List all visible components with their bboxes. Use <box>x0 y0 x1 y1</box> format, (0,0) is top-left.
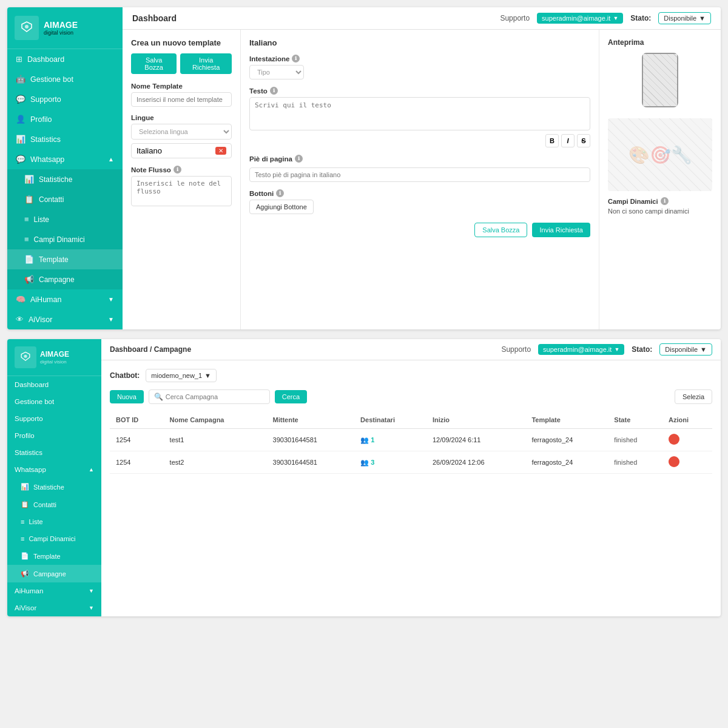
toolbar-row: Nuova 🔍 Cerca Selezia <box>110 389 712 404</box>
destinatari-icon2: 👥 <box>360 459 369 466</box>
sidebar-item-campagne[interactable]: 📢 Campagne <box>7 269 123 289</box>
text-toolbar: B I S <box>249 134 590 147</box>
s2-sidebar-liste[interactable]: ≡ Liste <box>7 513 101 530</box>
sidebar-item-profilo[interactable]: 👤 Profilo <box>7 109 123 129</box>
sidebar-item-contatti[interactable]: 📋 Contatti <box>7 189 123 209</box>
table-row: 1254 test2 390301644581 👥 3 26/09/2024 1… <box>110 451 712 474</box>
chatbot-arrow: ▼ <box>204 372 211 379</box>
chevron-up-icon: ▲ <box>108 156 114 163</box>
sidebar-item-whatsapp[interactable]: 💬 Whatsapp ▲ <box>7 149 123 169</box>
row2-destinatari: 👥 3 <box>354 451 426 474</box>
cerca-button[interactable]: Cerca <box>275 390 307 403</box>
user-badge[interactable]: superadmin@aimage.it ▼ <box>537 13 623 24</box>
sidebar-item-aivisor[interactable]: 👁 AiVisor ▼ <box>7 309 123 329</box>
user-dropdown-arrow: ▼ <box>613 15 618 21</box>
breadcrumb-home[interactable]: Dashboard <box>110 345 148 354</box>
row1-delete-button[interactable] <box>669 434 679 445</box>
send-request-button[interactable]: Invia Richiesta <box>180 53 232 74</box>
s2-sidebar-gestione-bot[interactable]: Gestione bot <box>7 393 101 410</box>
s2-dashboard-label: Dashboard <box>15 381 49 388</box>
sidebar-item-label: Statistiche <box>39 175 72 184</box>
col-azioni: Azioni <box>662 411 712 429</box>
sidebar2: AIMAGE digital vision Dashboard Gestione… <box>7 339 101 616</box>
note-group: Note Flusso ℹ <box>131 166 232 208</box>
tipo-select[interactable]: Tipo <box>249 65 304 79</box>
pie-input[interactable] <box>249 167 590 182</box>
sidebar-item-campi-dinamici[interactable]: ≡ Campi Dinamici <box>7 229 123 249</box>
lingue-select[interactable]: Seleziona lingua <box>131 124 232 140</box>
s2-campagne-icon: 📢 <box>21 570 29 578</box>
col-template: Template <box>525 411 608 429</box>
sidebar-item-supporto[interactable]: 💬 Supporto <box>7 89 123 109</box>
bottom-save-draft-button[interactable]: Salva Bozza <box>474 223 527 237</box>
s2-stato-badge[interactable]: Disponibile ▼ <box>659 343 712 356</box>
s2-sidebar-aihuman[interactable]: AiHuman ▼ <box>7 582 101 599</box>
col-inizio: Inizio <box>426 411 525 429</box>
s2-sidebar-statistics[interactable]: Statistics <box>7 444 101 461</box>
breadcrumb-sep: / <box>150 345 152 354</box>
sidebar: AIMAGE digital vision ⊞ Dashboard 🤖 Gest… <box>7 7 123 329</box>
search-input[interactable] <box>166 393 265 400</box>
remove-lang-button[interactable]: ✕ <box>215 147 226 155</box>
dashboard-icon: ⊞ <box>16 55 22 64</box>
sidebar-item-template[interactable]: 📄 Template <box>7 249 123 269</box>
sidebar-item-dashboard[interactable]: ⊞ Dashboard <box>7 49 123 69</box>
sidebar-item-liste[interactable]: ≡ Liste <box>7 209 123 229</box>
s2-sidebar-aivisor[interactable]: AiVisor ▼ <box>7 599 101 616</box>
dynamic-fields-title: Campi Dinamici ℹ <box>608 197 712 205</box>
add-button-button[interactable]: Aggiungi Bottone <box>249 200 314 214</box>
s2-sidebar-profilo[interactable]: Profilo <box>7 427 101 444</box>
campagne-icon: 📢 <box>24 275 34 284</box>
sidebar-item-statistics[interactable]: 📊 Statistics <box>7 129 123 149</box>
sidebar-item-statistiche[interactable]: 📊 Statistiche <box>7 169 123 189</box>
bottoni-info-icon: ℹ <box>276 189 284 197</box>
nuova-button[interactable]: Nuova <box>110 390 144 403</box>
s2-sidebar-whatsapp[interactable]: Whatsapp ▲ <box>7 461 101 478</box>
bottom-send-button[interactable]: Invia Richiesta <box>532 223 590 237</box>
testo-textarea[interactable] <box>249 97 590 130</box>
s2-user-badge[interactable]: superadmin@aimage.it ▼ <box>538 344 624 355</box>
s2-sidebar-dashboard[interactable]: Dashboard <box>7 376 101 393</box>
seleziona-button[interactable]: Selezia <box>675 389 712 404</box>
row1-inizio: 12/09/2024 6:11 <box>426 429 525 451</box>
chatbot-select[interactable]: miodemo_new_1 ▼ <box>146 369 217 382</box>
sidebar-item-aihuman[interactable]: 🧠 AiHuman ▼ <box>7 289 123 309</box>
phone-mock <box>642 53 678 107</box>
stats-icon: 📊 <box>16 135 25 144</box>
s2-sidebar-statistiche[interactable]: 📊 Statistiche <box>7 478 101 496</box>
row2-delete-button[interactable] <box>669 456 679 467</box>
sidebar-item-gestione-bot[interactable]: 🤖 Gestione bot <box>7 69 123 89</box>
s2-sidebar-supporto[interactable]: Supporto <box>7 410 101 427</box>
save-draft-button[interactable]: Salva Bozza <box>131 53 177 74</box>
stato-badge[interactable]: Disponibile ▼ <box>658 12 711 24</box>
table-row: 1254 test1 390301644581 👥 1 12/09/2024 6… <box>110 429 712 451</box>
s2-sidebar-contatti[interactable]: 📋 Contatti <box>7 496 101 513</box>
bold-button[interactable]: B <box>545 134 559 147</box>
bottom-actions: Salva Bozza Invia Richiesta <box>249 223 590 237</box>
intestazione-info-icon: ℹ <box>292 55 300 62</box>
s2-sidebar-campi-dinamici[interactable]: ≡ Campi Dinamici <box>7 530 101 547</box>
row1-azioni <box>662 429 712 451</box>
sidebar-item-label: Gestione bot <box>30 75 73 84</box>
action-btns: Salva Bozza Invia Richiesta <box>131 53 232 74</box>
note-textarea[interactable] <box>131 176 232 206</box>
page-body: Crea un nuovo template Salva Bozza Invia… <box>123 30 721 329</box>
s2-user-arrow: ▼ <box>614 346 619 352</box>
destinatari-icon: 👥 <box>360 436 369 443</box>
sidebar-item-label: AiVisor <box>29 315 52 324</box>
italic-button[interactable]: I <box>561 134 575 147</box>
s2-sidebar-template[interactable]: 📄 Template <box>7 547 101 565</box>
sidebar-item-label: Profilo <box>30 115 52 124</box>
s2-gestione-label: Gestione bot <box>15 398 54 405</box>
contatti-icon: 📋 <box>24 195 34 204</box>
testo-label: Testo ℹ <box>249 87 590 95</box>
s2-sidebar-campagne[interactable]: 📢 Campagne <box>7 565 101 582</box>
nome-template-input[interactable] <box>131 92 232 107</box>
testo-info-icon: ℹ <box>270 87 278 95</box>
nome-template-label: Nome Template <box>131 83 232 90</box>
left-panel: Crea un nuovo template Salva Bozza Invia… <box>123 30 241 329</box>
row1-mittente: 390301644581 <box>267 429 355 451</box>
row2-inizio: 26/09/2024 12:06 <box>426 451 525 474</box>
strikethrough-button[interactable]: S <box>577 134 590 147</box>
col-bot-id: BOT ID <box>110 411 164 429</box>
